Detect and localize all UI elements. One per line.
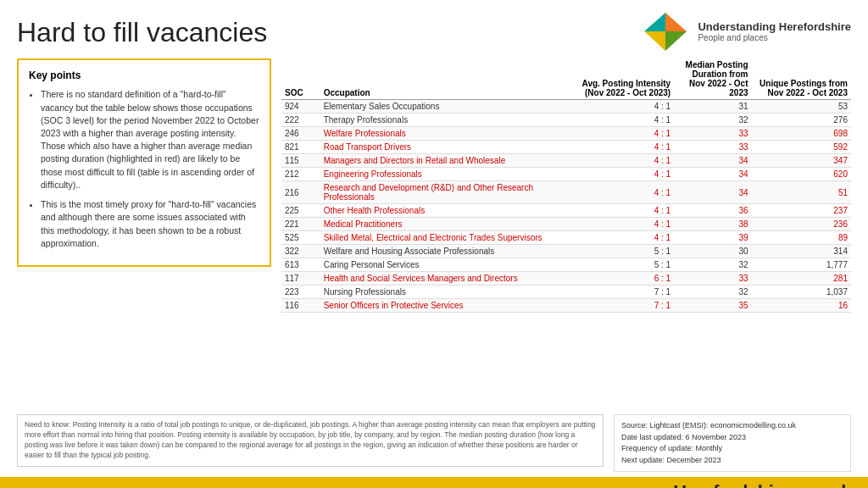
table-row: 212Engineering Professionals4 : 134620	[281, 168, 851, 181]
cell-median: 32	[674, 114, 751, 127]
table-row: 115Managers and Directors in Retail and …	[281, 154, 851, 168]
logo-sub-text: People and places	[698, 33, 851, 43]
cell-soc: 322	[281, 245, 320, 258]
logo-area: Understanding Herefordshire People and p…	[640, 8, 851, 55]
table-row: 117Health and Social Services Managers a…	[281, 272, 851, 286]
key-points-box: Key points There is no standard definiti…	[17, 58, 271, 267]
cell-avg: 4 : 1	[575, 204, 674, 218]
cell-avg: 4 : 1	[575, 114, 674, 127]
svg-marker-2	[644, 31, 665, 51]
cell-median: 35	[674, 299, 751, 313]
table-row: 216Research and Development (R&D) and Ot…	[281, 181, 851, 204]
cell-unique: 698	[752, 127, 851, 141]
table-row: 821Road Transport Drivers4 : 133592	[281, 141, 851, 154]
cell-soc: 924	[281, 100, 320, 114]
cell-avg: 5 : 1	[575, 245, 674, 258]
footer-area: Need to know: Posting Intensity is a rat…	[0, 411, 868, 472]
cell-occupation: Senior Officers in Protective Services	[320, 299, 575, 313]
vacancies-table: SOC Occupation Avg. Posting Intensity (N…	[281, 58, 851, 313]
cell-avg: 4 : 1	[575, 218, 674, 231]
cell-occupation: Elementary Sales Occupations	[320, 100, 575, 114]
table-header-row: SOC Occupation Avg. Posting Intensity (N…	[281, 58, 851, 100]
cell-unique: 620	[752, 168, 851, 181]
cell-soc: 223	[281, 286, 320, 299]
table-row: 525Skilled Metal, Electrical and Electro…	[281, 231, 851, 245]
cell-soc: 212	[281, 168, 320, 181]
cell-unique: 592	[752, 141, 851, 154]
source-line-2: Date last updated: 6 November 2023	[621, 432, 843, 444]
cell-avg: 4 : 1	[575, 181, 674, 204]
cell-median: 34	[674, 168, 751, 181]
table-row: 613Caring Personal Services5 : 1321,777	[281, 258, 851, 272]
cell-soc: 525	[281, 231, 320, 245]
col-occupation: Occupation	[320, 58, 575, 100]
cell-occupation: Medical Practitioners	[320, 218, 575, 231]
source-line-3: Frequency of update: Monthly	[621, 443, 843, 455]
cell-avg: 5 : 1	[575, 258, 674, 272]
table-row: 221Medical Practitioners4 : 138236	[281, 218, 851, 231]
cell-occupation: Engineering Professionals	[320, 168, 575, 181]
cell-unique: 237	[752, 204, 851, 218]
cell-median: 32	[674, 286, 751, 299]
cell-unique: 16	[752, 299, 851, 313]
footer-source: Source: Lightcast (EMSI): economicmodell…	[614, 414, 851, 472]
cell-soc: 216	[281, 181, 320, 204]
cell-occupation: Nursing Professionals	[320, 286, 575, 299]
cell-avg: 7 : 1	[575, 299, 674, 313]
cell-median: 36	[674, 204, 751, 218]
table-row: 322Welfare and Housing Associate Profess…	[281, 245, 851, 258]
cell-median: 39	[674, 231, 751, 245]
footer-note: Need to know: Posting Intensity is a rat…	[17, 414, 604, 467]
cell-median: 31	[674, 100, 751, 114]
col-median: Median Posting Duration from Nov 2022 - …	[674, 58, 751, 100]
svg-marker-1	[665, 13, 687, 31]
cell-median: 33	[674, 272, 751, 286]
cell-occupation: Welfare and Housing Associate Profession…	[320, 245, 575, 258]
cell-median: 33	[674, 127, 751, 141]
cell-avg: 4 : 1	[575, 154, 674, 168]
cell-occupation: Skilled Metal, Electrical and Electronic…	[320, 231, 575, 245]
header: Hard to fill vacancies Understanding Her…	[0, 0, 868, 55]
col-unique: Unique Postings from Nov 2022 - Oct 2023	[752, 58, 851, 100]
cell-soc: 222	[281, 114, 320, 127]
bottom-bar-text-black2: rdshire.gov.uk	[730, 481, 851, 488]
cell-soc: 821	[281, 141, 320, 154]
cell-avg: 4 : 1	[575, 141, 674, 154]
cell-occupation: Other Health Professionals	[320, 204, 575, 218]
table-body: 924Elementary Sales Occupations4 : 13153…	[281, 100, 851, 313]
cell-occupation: Caring Personal Services	[320, 258, 575, 272]
cell-avg: 6 : 1	[575, 272, 674, 286]
bottom-bar-text-black: Heref	[673, 481, 719, 488]
cell-avg: 7 : 1	[575, 286, 674, 299]
logo-diamond-icon	[640, 8, 691, 55]
key-points-title: Key points	[29, 69, 259, 83]
cell-occupation: Health and Social Services Managers and …	[320, 272, 575, 286]
table-row: 924Elementary Sales Occupations4 : 13153	[281, 100, 851, 114]
cell-soc: 225	[281, 204, 320, 218]
cell-unique: 1,037	[752, 286, 851, 299]
table-area: SOC Occupation Avg. Posting Intensity (N…	[281, 58, 851, 411]
cell-soc: 246	[281, 127, 320, 141]
bottom-bar: Herefordshire.gov.uk	[0, 477, 868, 488]
cell-unique: 347	[752, 154, 851, 168]
cell-soc: 117	[281, 272, 320, 286]
cell-median: 34	[674, 181, 751, 204]
svg-marker-3	[665, 31, 687, 51]
cell-occupation: Research and Development (R&D) and Other…	[320, 181, 575, 204]
cell-avg: 4 : 1	[575, 231, 674, 245]
cell-unique: 53	[752, 100, 851, 114]
cell-unique: 1,777	[752, 258, 851, 272]
cell-median: 30	[674, 245, 751, 258]
col-avg: Avg. Posting Intensity (Nov 2022 - Oct 2…	[575, 58, 674, 100]
footer-note-text: Need to know: Posting Intensity is a rat…	[25, 420, 595, 459]
source-line-4: Next update: December 2023	[621, 455, 843, 467]
cell-soc: 116	[281, 299, 320, 313]
table-row: 223Nursing Professionals7 : 1321,037	[281, 286, 851, 299]
key-point-2: This is the most timely proxy for "hard-…	[41, 198, 259, 250]
source-line-1: Source: Lightcast (EMSI): economicmodell…	[621, 420, 843, 432]
page-title: Hard to fill vacancies	[17, 17, 267, 48]
cell-soc: 613	[281, 258, 320, 272]
cell-median: 34	[674, 154, 751, 168]
cell-avg: 4 : 1	[575, 100, 674, 114]
col-soc: SOC	[281, 58, 320, 100]
